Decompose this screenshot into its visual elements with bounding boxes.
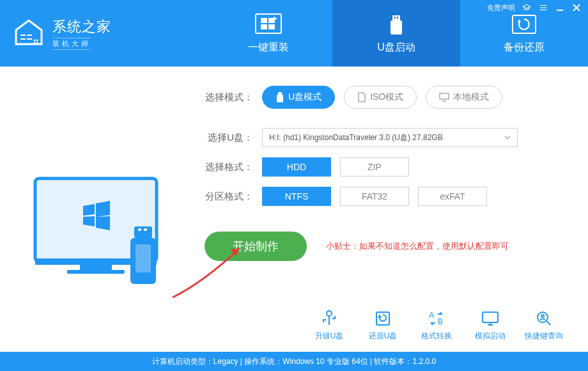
tab-label: 一键重装 — [248, 41, 289, 54]
main-body: 选择模式： U盘模式 ISO模式 本地模式 选择U盘： H:I: (hd1) K… — [0, 67, 588, 342]
tool-format-convert[interactable]: AB 格式转换 — [412, 309, 461, 342]
svg-line-39 — [546, 321, 550, 325]
svg-rect-12 — [392, 15, 400, 20]
svg-rect-22 — [138, 228, 141, 231]
partition-row: 分区格式： NTFS FAT32 exFAT — [205, 187, 562, 206]
tool-label: 升级U盘 — [315, 331, 344, 342]
minimize-button[interactable] — [555, 3, 565, 13]
usb-dropdown[interactable]: H:I: (hd1) KingstonDataTraveler 3.0 (U盘)… — [262, 128, 518, 147]
tool-restore-usb[interactable]: 还原U盘 — [358, 309, 408, 342]
close-button[interactable] — [571, 3, 582, 13]
svg-rect-27 — [277, 95, 283, 102]
tool-label: 模拟启动 — [475, 331, 506, 342]
svg-point-40 — [541, 315, 544, 317]
svg-point-5 — [34, 42, 36, 44]
tool-label: 还原U盘 — [369, 331, 398, 342]
logo-title: 系统之家 — [52, 17, 111, 36]
logo-house-icon — [13, 17, 45, 49]
tool-label: 格式转换 — [421, 331, 452, 342]
svg-rect-25 — [135, 244, 151, 272]
partition-ntfs-button[interactable]: NTFS — [262, 187, 331, 206]
svg-rect-26 — [278, 92, 282, 95]
format-hdd-button[interactable]: HDD — [262, 157, 331, 177]
illustration — [19, 86, 185, 342]
menu-icon[interactable] — [538, 3, 548, 13]
status-text: 计算机启动类型：Legacy | 操作系统：Windows 10 专业版 64位… — [152, 356, 436, 367]
svg-rect-28 — [440, 93, 449, 99]
logo-area: 系统之家 装机大师 — [0, 0, 205, 67]
svg-rect-15 — [391, 20, 402, 35]
grad-cap-icon[interactable] — [522, 3, 532, 13]
svg-rect-19 — [80, 265, 112, 270]
backup-restore-icon — [510, 13, 538, 37]
file-icon — [357, 92, 366, 102]
logo-subtitle: 装机大师 — [52, 38, 91, 50]
svg-rect-11 — [268, 24, 275, 29]
label-select-usb: 选择U盘： — [205, 132, 253, 144]
monitor-icon — [439, 93, 449, 102]
partition-fat32-button[interactable]: FAT32 — [340, 187, 409, 206]
tool-label: 快捷键查询 — [525, 331, 563, 342]
usb-select-row: 选择U盘： H:I: (hd1) KingstonDataTraveler 3.… — [205, 128, 562, 147]
svg-point-30 — [327, 311, 332, 316]
mode-label: ISO模式 — [370, 91, 403, 103]
tool-hotkey-lookup[interactable]: 快捷键查询 — [519, 309, 569, 342]
tab-label: 备份还原 — [504, 41, 545, 54]
mode-usb-button[interactable]: U盘模式 — [262, 86, 335, 109]
usb-drive-icon — [382, 13, 410, 37]
tab-reinstall[interactable]: 一键重装 — [205, 0, 332, 67]
svg-rect-20 — [67, 270, 125, 274]
tool-upgrade-usb[interactable]: 升级U盘 — [304, 309, 354, 342]
config-panel: 选择模式： U盘模式 ISO模式 本地模式 选择U盘： H:I: (hd1) K… — [185, 86, 562, 342]
statusbar: 计算机启动类型：Legacy | 操作系统：Windows 10 专业版 64位… — [0, 352, 588, 371]
mode-iso-button[interactable]: ISO模式 — [344, 86, 417, 109]
chevron-down-icon — [504, 136, 511, 139]
titlebar: 免责声明 — [481, 0, 588, 15]
svg-rect-8 — [261, 18, 267, 23]
svg-point-3 — [34, 40, 36, 42]
svg-point-6 — [36, 42, 38, 44]
windows-install-icon — [254, 13, 282, 37]
tip-text: 小贴士：如果不知道怎么配置，使用默认配置即可 — [326, 241, 509, 252]
svg-rect-13 — [394, 17, 396, 19]
monitor-play-icon — [481, 309, 500, 328]
svg-rect-35 — [483, 312, 498, 322]
format-zip-button[interactable]: ZIP — [340, 157, 409, 177]
svg-text:A: A — [429, 311, 434, 320]
mode-label: U盘模式 — [288, 91, 321, 103]
svg-rect-23 — [144, 228, 147, 231]
action-row: 开始制作 小贴士：如果不知道怎么配置，使用默认配置即可 — [205, 232, 562, 261]
svg-text:B: B — [438, 317, 443, 326]
mode-row: 选择模式： U盘模式 ISO模式 本地模式 — [205, 86, 562, 109]
svg-rect-21 — [134, 226, 152, 238]
mode-label: 本地模式 — [453, 91, 489, 103]
partition-exfat-button[interactable]: exFAT — [418, 187, 487, 206]
tab-usb-boot[interactable]: U盘启动 — [332, 0, 460, 67]
disclaimer-link[interactable]: 免责声明 — [487, 3, 515, 13]
usb-up-icon — [320, 309, 339, 328]
svg-rect-10 — [261, 24, 267, 29]
svg-rect-7 — [256, 14, 281, 33]
convert-icon: AB — [427, 309, 446, 328]
start-create-button[interactable]: 开始制作 — [205, 232, 307, 261]
label-select-format: 选择格式： — [205, 161, 253, 173]
format-row: 选择格式： HDD ZIP — [205, 157, 562, 177]
restore-icon — [373, 309, 392, 328]
mode-local-button[interactable]: 本地模式 — [426, 86, 502, 109]
tool-simulate-boot[interactable]: 模拟启动 — [465, 309, 515, 342]
tab-label: U盘启动 — [377, 41, 415, 54]
toolbar: 升级U盘 还原U盘 AB 格式转换 模拟启动 快捷键查询 — [304, 309, 569, 342]
label-select-mode: 选择模式： — [205, 91, 253, 104]
search-person-icon — [534, 309, 553, 328]
svg-rect-14 — [397, 17, 398, 19]
usb-small-icon — [275, 92, 284, 102]
label-partition-format: 分区格式： — [205, 191, 253, 203]
usb-selected-value: H:I: (hd1) KingstonDataTraveler 3.0 (U盘)… — [269, 132, 443, 143]
svg-rect-16 — [513, 15, 536, 33]
svg-point-4 — [36, 40, 38, 42]
